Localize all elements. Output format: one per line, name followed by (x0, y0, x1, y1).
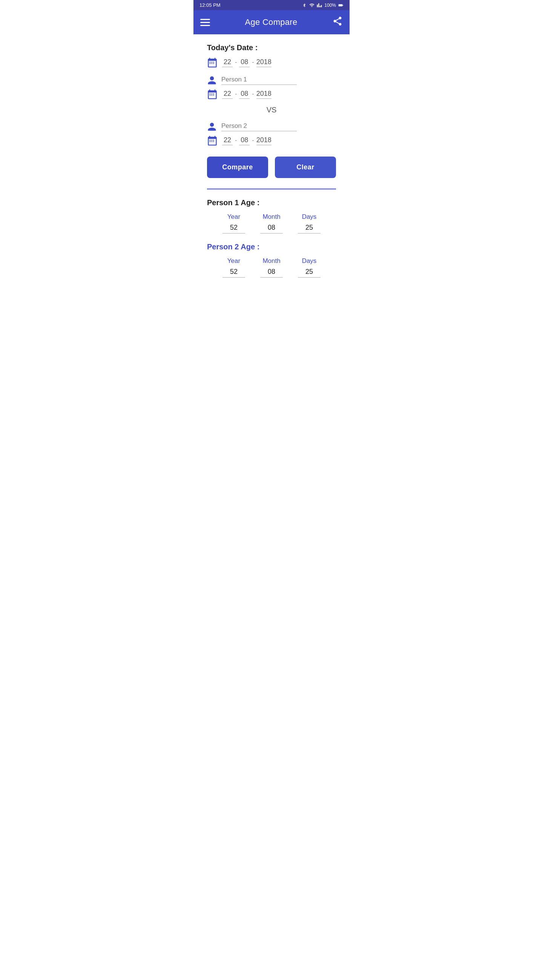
signal-icon (317, 3, 322, 8)
todays-date-calendar-icon[interactable] (207, 57, 218, 68)
svg-rect-12 (213, 94, 214, 94)
svg-rect-17 (211, 140, 212, 141)
person1-name-input[interactable] (221, 76, 297, 85)
person2-date-row: 22 - 08 - 2018 (207, 135, 336, 146)
person1-month-value: 08 (260, 224, 283, 234)
person1-date-row: 22 - 08 - 2018 (207, 89, 336, 100)
person1-age-label: Person 1 Age : (207, 199, 336, 207)
person2-year: 2018 (256, 136, 272, 145)
svg-rect-16 (210, 140, 210, 141)
person2-month-value: 08 (260, 268, 283, 278)
svg-rect-19 (210, 141, 210, 142)
person2-date-display: 22 - 08 - 2018 (222, 136, 272, 145)
person2-year-value: 52 (222, 268, 245, 278)
menu-button[interactable] (200, 19, 210, 26)
person1-icon (207, 75, 217, 85)
svg-rect-21 (213, 141, 214, 142)
status-time: 12:05 PM (200, 2, 221, 8)
todays-date-display: 22 - 08 - 2018 (222, 58, 272, 67)
person1-month-header: Month (260, 213, 283, 221)
svg-rect-9 (213, 63, 214, 64)
svg-rect-8 (211, 63, 212, 64)
compare-button[interactable]: Compare (207, 156, 268, 178)
results-divider (207, 189, 336, 189)
person1-day: 22 (222, 90, 233, 99)
wifi-icon (309, 3, 314, 8)
svg-rect-14 (211, 95, 212, 95)
todays-day: 22 (222, 58, 233, 67)
svg-rect-15 (213, 95, 214, 95)
battery-level: 100% (324, 3, 336, 8)
person2-days-header: Days (298, 257, 321, 265)
person2-result: Person 2 Age : Year Month Days 52 08 25 (207, 243, 336, 278)
bluetooth-icon (302, 3, 307, 8)
person1-date-display: 22 - 08 - 2018 (222, 90, 272, 99)
status-bar: 12:05 PM 100% (194, 0, 349, 10)
person1-name-row (207, 75, 336, 85)
person2-icon (207, 122, 217, 132)
person2-day: 22 (222, 136, 233, 145)
battery-icon (338, 3, 343, 8)
svg-rect-18 (213, 140, 214, 141)
person2-days-value: 25 (298, 268, 321, 278)
app-bar: Age Compare (194, 10, 349, 34)
person2-year-header: Year (222, 257, 245, 265)
svg-rect-11 (211, 94, 212, 94)
todays-date-label: Today's Date : (207, 43, 336, 52)
action-buttons: Compare Clear (207, 156, 336, 178)
person2-calendar-icon[interactable] (207, 135, 218, 146)
person1-year-header: Year (222, 213, 245, 221)
person1-year: 2018 (256, 90, 272, 99)
share-button[interactable] (332, 16, 343, 29)
svg-rect-13 (210, 95, 210, 95)
todays-date-row: 22 - 08 - 2018 (207, 57, 336, 68)
todays-month: 08 (239, 58, 249, 67)
person1-month: 08 (239, 90, 249, 99)
svg-rect-3 (342, 5, 343, 5)
person2-age-label: Person 2 Age : (207, 243, 336, 251)
svg-rect-7 (210, 63, 210, 64)
svg-rect-2 (339, 4, 342, 6)
person2-month-header: Month (260, 257, 283, 265)
person2-month: 08 (239, 136, 249, 145)
todays-year: 2018 (256, 58, 272, 67)
status-icons: 100% (302, 3, 343, 8)
svg-rect-6 (213, 62, 214, 63)
person1-days-header: Days (298, 213, 321, 221)
clear-button[interactable]: Clear (275, 156, 336, 178)
person1-section: 22 - 08 - 2018 (207, 75, 336, 100)
svg-rect-4 (210, 62, 210, 63)
person1-result: Person 1 Age : Year Month Days 52 08 25 (207, 199, 336, 234)
person1-age-table: Year Month Days 52 08 25 (207, 213, 336, 234)
svg-rect-10 (210, 94, 210, 94)
person1-year-value: 52 (222, 224, 245, 234)
person1-calendar-icon[interactable] (207, 89, 218, 100)
vs-label: VS (207, 106, 336, 114)
person1-days-value: 25 (298, 224, 321, 234)
person2-section: 22 - 08 - 2018 (207, 122, 336, 146)
app-title: Age Compare (245, 18, 297, 27)
person2-age-table: Year Month Days 52 08 25 (207, 257, 336, 278)
person2-name-input[interactable] (221, 122, 297, 131)
svg-rect-20 (211, 141, 212, 142)
main-content: Today's Date : 22 - 08 - 2018 (194, 34, 349, 296)
person2-name-row (207, 122, 336, 132)
svg-rect-5 (211, 62, 212, 63)
